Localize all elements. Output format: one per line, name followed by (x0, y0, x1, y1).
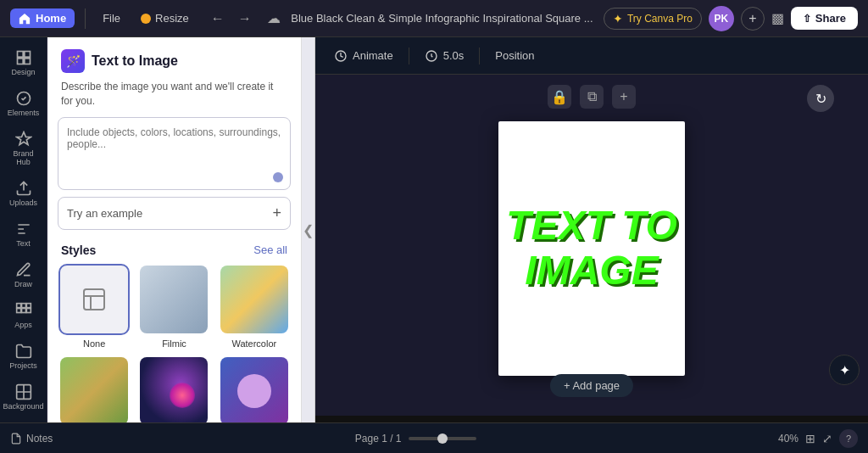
magic-button[interactable]: ✦ (829, 355, 860, 385)
svg-rect-13 (84, 289, 104, 310)
svg-rect-1 (24, 52, 30, 58)
style-retro-anime[interactable]: Retro anime (218, 355, 291, 422)
sidebar-item-uploads[interactable]: Uploads (3, 175, 44, 212)
style-label-filmic: Filmic (162, 338, 186, 349)
styles-title: Styles (61, 243, 96, 257)
style-filmic[interactable]: Filmic (137, 264, 210, 349)
svg-rect-10 (21, 309, 25, 313)
undo-button[interactable]: ← (206, 9, 230, 28)
svg-rect-9 (16, 309, 20, 313)
input-corner-icon (273, 172, 283, 182)
uploads-label: Uploads (9, 199, 37, 207)
projects-label: Projects (9, 361, 37, 370)
retro-preview (220, 357, 288, 422)
file-menu[interactable]: File (96, 8, 127, 28)
watercolor-preview (220, 266, 288, 333)
text-to-image-panel: 🪄 Text to Image Describe the image you w… (47, 37, 302, 422)
sidebar-item-apps[interactable]: Apps (3, 297, 44, 334)
canvas-page[interactable]: TEXT TO IMAGE (498, 121, 685, 376)
add-page-button[interactable]: + Add page (550, 374, 633, 397)
animate-button[interactable]: Animate (326, 45, 402, 67)
style-dreamy[interactable]: Dreamy (137, 355, 210, 422)
sidebar-item-design[interactable]: Design (3, 44, 44, 81)
style-label-none: None (83, 338, 105, 349)
try-example-label: Try an example (67, 207, 142, 220)
dreamy-glow (170, 383, 195, 408)
avatar[interactable]: PK (709, 6, 734, 31)
panel-description: Describe the image you want and we'll cr… (47, 80, 301, 117)
svg-rect-8 (26, 304, 31, 308)
panel-header: 🪄 Text to Image (47, 37, 301, 80)
panel-collapse-button[interactable]: ❮ (302, 37, 315, 422)
help-icon[interactable]: ? (839, 429, 858, 448)
canva-pro-icon: ✦ (613, 12, 623, 25)
canva-pro-button[interactable]: ✦ Try Canva Pro (604, 8, 702, 30)
refresh-icon[interactable]: ↻ (807, 85, 834, 112)
duplicate-icon[interactable]: ⧉ (580, 85, 604, 109)
styles-grid: None Filmic Watercolor Pho (47, 264, 301, 422)
share-button[interactable]: ⇧ Share (791, 7, 858, 30)
share-icon: ⇧ (803, 13, 811, 25)
retro-face (237, 374, 271, 408)
apps-label: Apps (14, 321, 32, 329)
canvas-text: TEXT TO IMAGE (506, 204, 677, 294)
page-slider[interactable] (409, 437, 476, 440)
home-label: Home (36, 12, 66, 25)
canvas-toolbar: Animate 5.0s Position (315, 37, 868, 75)
style-photo[interactable]: Photo (58, 355, 131, 422)
duration-button[interactable]: 5.0s (416, 45, 473, 67)
document-title: Blue Black Clean & Simple Infographic In… (287, 12, 597, 25)
sidebar-item-brand-hub[interactable]: Brand Hub (3, 126, 44, 171)
notes-button[interactable]: Notes (10, 433, 53, 445)
fullscreen-icon[interactable]: ⤢ (822, 432, 832, 445)
cloud-save-icon[interactable]: ☁ (267, 10, 281, 26)
draw-label: Draw (14, 280, 32, 288)
page-slider-thumb[interactable] (437, 433, 448, 444)
horizontal-scrollbar[interactable] (315, 416, 868, 422)
add-collaborator-button[interactable]: + (741, 7, 765, 31)
svg-rect-7 (21, 304, 25, 308)
canva-pro-label: Try Canva Pro (627, 13, 693, 25)
canvas-workspace[interactable]: 🔒 ⧉ + ↻ TEXT TO IMAGE + Add page (315, 75, 868, 422)
prompt-input[interactable] (67, 126, 281, 177)
background-label: Background (3, 402, 43, 411)
style-none[interactable]: None (58, 264, 131, 349)
see-all-button[interactable]: See all (253, 243, 287, 256)
position-button[interactable]: Position (487, 45, 542, 66)
sidebar-item-elements[interactable]: Elements (3, 85, 44, 122)
animate-label: Animate (353, 49, 393, 62)
page-info: Page 1 / 1 (355, 433, 402, 445)
text-label: Text (16, 239, 31, 248)
sidebar-item-text[interactable]: Text (3, 215, 44, 253)
toolbar-divider-2 (479, 48, 480, 64)
lock-icon[interactable]: 🔒 (548, 85, 571, 109)
panel-title: Text to Image (92, 53, 178, 69)
notes-label: Notes (26, 433, 53, 445)
add-page-icon[interactable]: + (612, 85, 636, 109)
resize-button[interactable]: Resize (134, 8, 196, 28)
sidebar-item-background[interactable]: Background (3, 378, 44, 416)
style-label-watercolor: Watercolor (231, 338, 276, 349)
sidebar-icons: Design Elements Brand Hub Uploads Text D… (0, 37, 47, 422)
topbar-right-actions: ✦ Try Canva Pro PK + ▩ ⇧ Share (604, 6, 858, 31)
canvas-top-icons: 🔒 ⧉ + (548, 85, 636, 109)
redo-button[interactable]: → (233, 9, 257, 28)
canvas-area: Animate 5.0s Position 🔒 ⧉ + ↻ TEXT TO (315, 37, 868, 422)
sidebar-item-projects[interactable]: Projects (3, 338, 44, 375)
undo-redo-nav: ← → (206, 9, 257, 28)
style-thumb-photo (58, 355, 130, 422)
sidebar-item-draw[interactable]: Draw (3, 256, 44, 294)
resize-dot-icon (141, 14, 151, 24)
style-watercolor[interactable]: Watercolor (218, 264, 291, 349)
zoom-percentage: 40% (778, 433, 798, 445)
resize-label: Resize (155, 12, 189, 25)
grid-view-icon[interactable]: ⊞ (805, 432, 815, 445)
canvas-text-line2: IMAGE (525, 248, 658, 293)
analytics-icon[interactable]: ▩ (771, 10, 784, 26)
bottom-center: Page 1 / 1 (53, 433, 778, 445)
try-example-plus-icon: + (272, 204, 281, 222)
try-example-button[interactable]: Try an example + (58, 197, 291, 230)
svg-rect-0 (17, 52, 23, 58)
home-button[interactable]: Home (10, 8, 75, 28)
elements-label: Elements (8, 109, 40, 117)
